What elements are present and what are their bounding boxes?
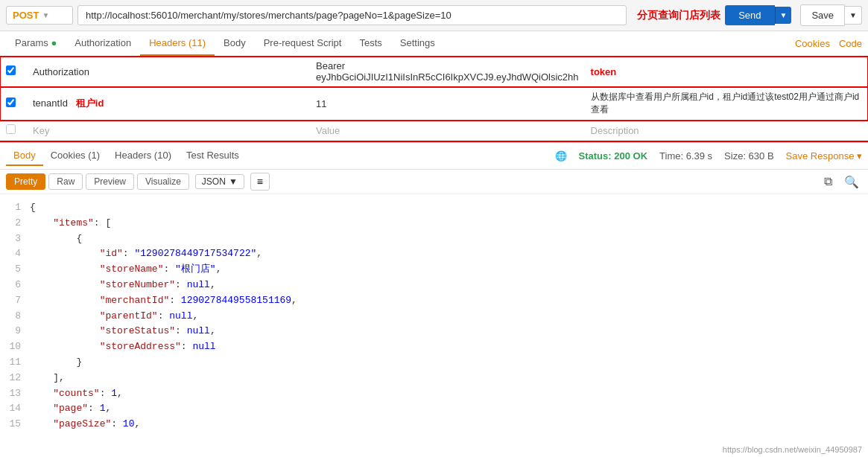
tab-tests[interactable]: Tests [350,31,390,56]
save-button[interactable]: Save [800,4,845,26]
view-visualize-button[interactable]: Visualize [137,173,189,190]
json-line: 6 "storeNumber": null, [0,278,868,293]
empty-value-cell[interactable]: Value [310,121,585,141]
json-line: 15 "pageSize": 10, [0,417,868,432]
url-input[interactable] [77,5,627,25]
response-status: 🌐 Status: 200 OK Time: 6.39 s Size: 630 … [555,150,862,162]
row2-value: 11 [316,98,326,109]
search-button[interactable]: 🔍 [841,173,862,191]
save-response-button[interactable]: Save Response ▾ [786,150,862,162]
row1-checkbox[interactable] [6,65,16,75]
row1-key-cell: Authorization [27,57,310,87]
json-line: 9 "storeStatus": null, [0,324,868,339]
cookies-code-links: Cookies Code [795,38,862,49]
globe-icon: 🌐 [555,150,567,162]
json-body: 1{2 "items": [3 {4 "id": "12902784497175… [0,194,868,432]
format-chevron-icon: ▼ [229,176,238,187]
format-label: JSON [202,176,226,187]
tab-body-response[interactable]: Body [6,146,43,166]
url-title: 分页查询门店列表 [637,9,720,22]
response-icons: ⧉ 🔍 [821,173,862,191]
row1-value: Bearer eyJhbGciOiJIUzI1NiIsInR5cCI6IkpXV… [316,60,579,83]
row1-annotation: token [591,66,617,77]
tab-headers-response[interactable]: Headers (10) [107,146,179,166]
view-preview-button[interactable]: Preview [86,173,134,190]
response-tabs: Body Cookies (1) Headers (10) Test Resul… [0,142,868,170]
row2-annotation: 从数据库中查看用户所属租户id，租户id通过该test02用户通过商户id查看 [591,92,860,115]
save-dropdown-button[interactable]: ▼ [845,6,862,25]
row2-checkbox[interactable] [6,98,16,107]
row2-value-cell: 11 [310,87,585,121]
json-line: 2 "items": [ [0,216,868,231]
wrap-button[interactable]: ≡ [250,173,270,191]
empty-key-cell[interactable]: Key [27,121,310,141]
cookies-link[interactable]: Cookies [795,38,830,49]
row2-check-cell [0,87,27,121]
json-line: 14 "page": 1, [0,401,868,417]
tab-headers[interactable]: Headers (11) [140,31,215,56]
row2-key-annotation: 租户id [76,98,104,109]
method-label: POST [13,10,39,21]
json-line: 13 "counts": 1, [0,386,868,402]
status-text: Status: 200 OK [579,150,647,162]
row1-desc-cell: token [585,57,868,87]
headers-table: Authorization Bearer eyJhbGciOiJIUzI1NiI… [0,57,868,141]
view-pretty-button[interactable]: Pretty [6,173,45,190]
row1-value-cell: Bearer eyJhbGciOiJIUzI1NiIsInR5cCI6IkpXV… [310,57,585,87]
request-tabs: Params ● Authorization Headers (11) Body… [0,31,868,57]
header-row-empty: Key Value Description [0,121,868,141]
json-line: 3 { [0,231,868,247]
view-raw-button[interactable]: Raw [48,173,83,190]
json-line: 1{ [0,200,868,216]
top-bar: POST ▼ 分页查询门店列表 Send ▼ Save ▼ [0,0,868,31]
method-chevron-icon: ▼ [42,11,49,19]
time-text: Time: 6.39 s [659,150,712,162]
code-link[interactable]: Code [839,38,862,49]
tab-cookies-response[interactable]: Cookies (1) [43,146,107,166]
tab-body[interactable]: Body [215,31,255,56]
send-button[interactable]: Send [725,5,774,25]
tab-params[interactable]: Params ● [6,31,66,56]
format-select[interactable]: JSON ▼ [195,174,244,189]
header-row-authorization: Authorization Bearer eyJhbGciOiJIUzI1NiI… [0,57,868,87]
json-line: 10 "storeAddress": null [0,339,868,355]
json-line: 5 "storeName": "根门店", [0,262,868,278]
row1-check-cell [0,57,27,87]
tab-authorization[interactable]: Authorization [66,31,140,56]
send-button-group: Send ▼ [725,5,791,25]
method-select[interactable]: POST ▼ [6,6,73,25]
json-line: 12 ], [0,371,868,386]
response-toolbar: Pretty Raw Preview Visualize JSON ▼ ≡ ⧉ … [0,170,868,194]
json-line: 7 "merchantId": 1290278449558151169, [0,293,868,309]
json-line: 4 "id": "1290278449717534722", [0,246,868,262]
row1-key: Authorization [33,66,89,77]
row2-desc-cell: 从数据库中查看用户所属租户id，租户id通过该test02用户通过商户id查看 [585,87,868,121]
copy-button[interactable]: ⧉ [821,173,835,191]
row2-key: tenantId [33,98,68,109]
send-dropdown-button[interactable]: ▼ [775,7,792,24]
json-line: 11 } [0,355,868,371]
row2-key-cell: tenantId 租户id [27,87,310,121]
tab-test-results[interactable]: Test Results [179,146,247,166]
tab-settings[interactable]: Settings [391,31,444,56]
save-button-group: Save ▼ [800,4,862,26]
header-row-tenantid: tenantId 租户id 11 从数据库中查看用户所属租户id，租户id通过该… [0,87,868,121]
empty-checkbox[interactable] [6,124,16,134]
empty-desc-cell[interactable]: Description [585,121,868,141]
headers-section: Authorization Bearer eyJhbGciOiJIUzI1NiI… [0,57,868,142]
size-text: Size: 630 B [724,150,774,162]
empty-check-cell [0,121,27,141]
json-content: 1{2 "items": [3 {4 "id": "12902784497175… [0,194,868,432]
tab-pre-request-script[interactable]: Pre-request Script [255,31,351,56]
json-line: 8 "parentId": null, [0,309,868,325]
